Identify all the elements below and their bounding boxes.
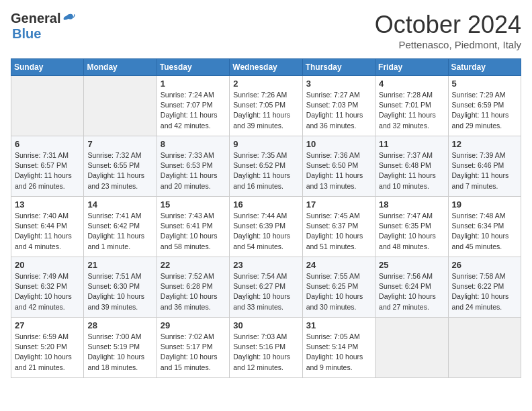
- day-number: 12: [452, 139, 517, 149]
- calendar-header-row: SundayMondayTuesdayWednesdayThursdayFrid…: [11, 59, 521, 76]
- day-number: 13: [15, 199, 80, 210]
- calendar-cell: [448, 318, 521, 378]
- day-info: Sunrise: 7:05 AM Sunset: 5:14 PM Dayligh…: [306, 332, 371, 373]
- calendar-cell: 12Sunrise: 7:39 AM Sunset: 6:46 PM Dayli…: [448, 136, 521, 197]
- calendar-cell: 1Sunrise: 7:24 AM Sunset: 7:07 PM Daylig…: [157, 76, 229, 136]
- day-number: 10: [306, 139, 371, 149]
- day-info: Sunrise: 7:51 AM Sunset: 6:30 PM Dayligh…: [87, 271, 152, 312]
- day-info: Sunrise: 7:49 AM Sunset: 6:32 PM Dayligh…: [15, 271, 80, 312]
- day-info: Sunrise: 7:48 AM Sunset: 6:34 PM Dayligh…: [452, 211, 517, 252]
- calendar-cell: 24Sunrise: 7:55 AM Sunset: 6:25 PM Dayli…: [302, 257, 375, 318]
- header-sunday: Sunday: [11, 59, 84, 76]
- day-number: 16: [233, 199, 298, 210]
- calendar-cell: 25Sunrise: 7:56 AM Sunset: 6:24 PM Dayli…: [375, 257, 448, 318]
- day-number: 17: [306, 199, 371, 210]
- day-number: 18: [379, 199, 444, 210]
- calendar-table: SundayMondayTuesdayWednesdayThursdayFrid…: [11, 58, 521, 378]
- day-number: 15: [161, 199, 226, 210]
- day-number: 21: [87, 260, 152, 270]
- calendar-cell: [84, 76, 157, 136]
- calendar-cell: 27Sunrise: 6:59 AM Sunset: 5:20 PM Dayli…: [11, 318, 84, 378]
- logo-bird-icon: [62, 12, 75, 26]
- logo-blue: Blue: [12, 26, 41, 42]
- calendar-week-3: 13Sunrise: 7:40 AM Sunset: 6:44 PM Dayli…: [11, 197, 521, 257]
- day-info: Sunrise: 7:27 AM Sunset: 7:03 PM Dayligh…: [306, 90, 371, 131]
- day-number: 20: [15, 260, 80, 270]
- day-number: 14: [87, 199, 152, 210]
- calendar-cell: 18Sunrise: 7:47 AM Sunset: 6:35 PM Dayli…: [375, 197, 448, 257]
- day-number: 11: [379, 139, 444, 149]
- calendar-cell: [11, 76, 84, 136]
- day-number: 23: [233, 260, 298, 270]
- calendar-cell: [375, 318, 448, 378]
- calendar-cell: 26Sunrise: 7:58 AM Sunset: 6:22 PM Dayli…: [448, 257, 521, 318]
- calendar-cell: 20Sunrise: 7:49 AM Sunset: 6:32 PM Dayli…: [11, 257, 84, 318]
- day-info: Sunrise: 7:24 AM Sunset: 7:07 PM Dayligh…: [161, 90, 226, 131]
- calendar-cell: 6Sunrise: 7:31 AM Sunset: 6:57 PM Daylig…: [11, 136, 84, 197]
- calendar-cell: 23Sunrise: 7:54 AM Sunset: 6:27 PM Dayli…: [230, 257, 302, 318]
- day-info: Sunrise: 7:37 AM Sunset: 6:48 PM Dayligh…: [379, 150, 444, 191]
- calendar-cell: 21Sunrise: 7:51 AM Sunset: 6:30 PM Dayli…: [84, 257, 157, 318]
- calendar-cell: 31Sunrise: 7:05 AM Sunset: 5:14 PM Dayli…: [302, 318, 375, 378]
- calendar-cell: 17Sunrise: 7:45 AM Sunset: 6:37 PM Dayli…: [302, 197, 375, 257]
- day-number: 26: [452, 260, 517, 270]
- header-thursday: Thursday: [302, 59, 375, 76]
- calendar-cell: 4Sunrise: 7:28 AM Sunset: 7:01 PM Daylig…: [375, 76, 448, 136]
- day-number: 4: [379, 79, 444, 89]
- day-info: Sunrise: 7:54 AM Sunset: 6:27 PM Dayligh…: [233, 271, 298, 312]
- day-info: Sunrise: 7:26 AM Sunset: 7:05 PM Dayligh…: [233, 90, 298, 131]
- header-monday: Monday: [84, 59, 157, 76]
- calendar-cell: 9Sunrise: 7:35 AM Sunset: 6:52 PM Daylig…: [230, 136, 302, 197]
- day-info: Sunrise: 7:35 AM Sunset: 6:52 PM Dayligh…: [233, 150, 298, 191]
- day-info: Sunrise: 7:55 AM Sunset: 6:25 PM Dayligh…: [306, 271, 371, 312]
- day-number: 9: [233, 139, 298, 149]
- calendar-cell: 11Sunrise: 7:37 AM Sunset: 6:48 PM Dayli…: [375, 136, 448, 197]
- day-info: Sunrise: 7:00 AM Sunset: 5:19 PM Dayligh…: [87, 332, 152, 373]
- day-info: Sunrise: 7:39 AM Sunset: 6:46 PM Dayligh…: [452, 150, 517, 191]
- day-info: Sunrise: 7:41 AM Sunset: 6:42 PM Dayligh…: [87, 211, 152, 252]
- day-info: Sunrise: 7:40 AM Sunset: 6:44 PM Dayligh…: [15, 211, 80, 252]
- header-friday: Friday: [375, 59, 448, 76]
- day-info: Sunrise: 6:59 AM Sunset: 5:20 PM Dayligh…: [15, 332, 80, 373]
- calendar-cell: 30Sunrise: 7:03 AM Sunset: 5:16 PM Dayli…: [230, 318, 302, 378]
- day-number: 25: [379, 260, 444, 270]
- day-info: Sunrise: 7:29 AM Sunset: 6:59 PM Dayligh…: [452, 90, 517, 131]
- day-info: Sunrise: 7:36 AM Sunset: 6:50 PM Dayligh…: [306, 150, 371, 191]
- day-info: Sunrise: 7:45 AM Sunset: 6:37 PM Dayligh…: [306, 211, 371, 252]
- day-info: Sunrise: 7:56 AM Sunset: 6:24 PM Dayligh…: [379, 271, 444, 312]
- calendar-week-2: 6Sunrise: 7:31 AM Sunset: 6:57 PM Daylig…: [11, 136, 521, 197]
- day-info: Sunrise: 7:33 AM Sunset: 6:53 PM Dayligh…: [161, 150, 226, 191]
- calendar-week-4: 20Sunrise: 7:49 AM Sunset: 6:32 PM Dayli…: [11, 257, 521, 318]
- day-number: 27: [15, 320, 80, 330]
- day-number: 7: [87, 139, 152, 149]
- header-saturday: Saturday: [448, 59, 521, 76]
- calendar-cell: 5Sunrise: 7:29 AM Sunset: 6:59 PM Daylig…: [448, 76, 521, 136]
- page-header: General Blue October 2024 Pettenasco, Pi…: [11, 11, 521, 50]
- day-info: Sunrise: 7:28 AM Sunset: 7:01 PM Dayligh…: [379, 90, 444, 131]
- title-area: October 2024 Pettenasco, Piedmont, Italy: [375, 11, 521, 50]
- calendar-cell: 2Sunrise: 7:26 AM Sunset: 7:05 PM Daylig…: [230, 76, 302, 136]
- header-tuesday: Tuesday: [157, 59, 229, 76]
- day-info: Sunrise: 7:58 AM Sunset: 6:22 PM Dayligh…: [452, 271, 517, 312]
- day-number: 1: [161, 79, 226, 89]
- day-number: 8: [161, 139, 226, 149]
- calendar-week-1: 1Sunrise: 7:24 AM Sunset: 7:07 PM Daylig…: [11, 76, 521, 136]
- day-number: 29: [161, 320, 226, 330]
- calendar-cell: 3Sunrise: 7:27 AM Sunset: 7:03 PM Daylig…: [302, 76, 375, 136]
- day-number: 19: [452, 199, 517, 210]
- calendar-cell: 22Sunrise: 7:52 AM Sunset: 6:28 PM Dayli…: [157, 257, 229, 318]
- logo: General Blue: [11, 11, 75, 42]
- day-number: 24: [306, 260, 371, 270]
- logo-general: General: [11, 11, 60, 26]
- day-info: Sunrise: 7:43 AM Sunset: 6:41 PM Dayligh…: [161, 211, 226, 252]
- day-info: Sunrise: 7:47 AM Sunset: 6:35 PM Dayligh…: [379, 211, 444, 252]
- day-info: Sunrise: 7:32 AM Sunset: 6:55 PM Dayligh…: [87, 150, 152, 191]
- location: Pettenasco, Piedmont, Italy: [375, 39, 521, 50]
- day-info: Sunrise: 7:31 AM Sunset: 6:57 PM Dayligh…: [15, 150, 80, 191]
- calendar-cell: 14Sunrise: 7:41 AM Sunset: 6:42 PM Dayli…: [84, 197, 157, 257]
- day-info: Sunrise: 7:03 AM Sunset: 5:16 PM Dayligh…: [233, 332, 298, 373]
- calendar-cell: 28Sunrise: 7:00 AM Sunset: 5:19 PM Dayli…: [84, 318, 157, 378]
- day-info: Sunrise: 7:44 AM Sunset: 6:39 PM Dayligh…: [233, 211, 298, 252]
- day-number: 6: [15, 139, 80, 149]
- month-title: October 2024: [375, 11, 521, 39]
